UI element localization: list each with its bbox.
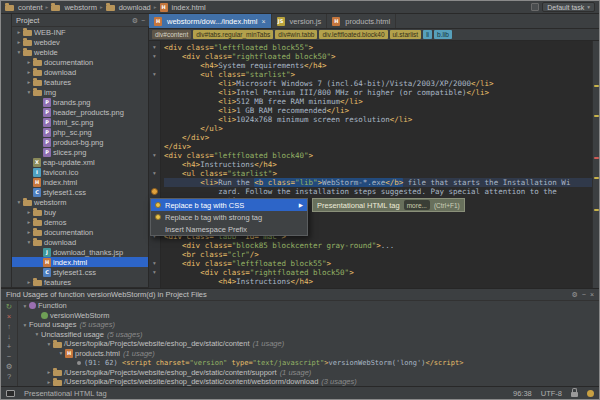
crumb-2[interactable]: div#win.tabb [275,30,317,39]
tree-collapsed-icon[interactable]: ▸ [25,69,33,75]
previous-usage-icon[interactable]: ↑ [7,322,11,332]
tree-row[interactable]: Cstyleset1.css [12,267,148,277]
close-icon[interactable]: × [261,18,265,25]
stripe-mark[interactable] [594,157,599,159]
encoding-indicator[interactable]: UTF-8 [541,389,562,398]
fold-icon[interactable]: ▾ [149,151,160,160]
tree-row[interactable]: ▸download [12,67,148,77]
fold-icon[interactable]: ▾ [149,268,160,277]
tree-row[interactable]: Hindex.html [12,257,148,267]
tree-row[interactable]: Pphp_sc.png [12,127,148,137]
help-icon[interactable]: ? [7,372,11,382]
usages-collapsed-icon[interactable]: ▸ [45,369,53,375]
tree-row[interactable]: ▸WEB-INF [12,27,148,37]
crumb-4[interactable]: ul.starlist [390,30,422,39]
crumb-3[interactable]: div.leftfloated.block40 [319,30,387,39]
crumb-0[interactable]: div#content [152,30,191,39]
fold-icon[interactable]: ▾ [149,43,160,52]
usages-expanded-icon[interactable]: ▾ [45,341,53,347]
crumb-5[interactable]: li [423,30,432,39]
stripe-mark[interactable] [594,115,599,117]
tree-row[interactable]: ▸buy [12,207,148,217]
usage-row[interactable]: ▾Hproducts.html(1 usage) [18,349,599,359]
caret-position[interactable]: 96:38 [513,389,532,398]
usages-expanded-icon[interactable]: ▾ [21,303,29,309]
nav-item-index-html[interactable]: Hindex.html [160,3,206,12]
tree-collapsed-icon[interactable]: ▸ [15,39,23,45]
rerun-icon[interactable]: ↻ [6,302,12,312]
tree-row[interactable]: Phtml_sc.png [12,117,148,127]
settings-icon[interactable]: ⚙ [132,17,138,24]
settings-icon[interactable]: ⚙ [6,362,13,372]
code-area[interactable]: <div class="leftfloated block55"> <div c… [162,41,592,288]
usage-row[interactable]: ▾Unclassified usage(5 usages) [18,330,599,340]
tooltip-more-link[interactable]: more... [404,200,430,210]
tab-webstorm-dow-index-html[interactable]: Hwebstorm/dow.../index.html× [149,14,272,28]
intention-item[interactable]: Replace b tag with CSS▶ [151,199,307,211]
usages-collapsed-icon[interactable]: ▸ [45,379,53,385]
fold-icon[interactable]: ▾ [149,52,160,61]
fold-icon[interactable]: ▾ [149,169,160,178]
inspections-indicator-icon[interactable] [587,390,594,397]
tree-row[interactable]: Cstyleset1.css [12,187,148,197]
tree-expanded-icon[interactable]: ▾ [15,199,23,205]
usage-row[interactable]: ▾/Users/topika/Projects/website/eshop_de… [18,339,599,349]
intention-item[interactable]: Insert Namespace Prefix [151,223,307,235]
tree-expanded-icon[interactable]: ▾ [25,89,33,95]
tree-expanded-icon[interactable]: ▾ [15,49,23,55]
tree-row[interactable]: Pheader_products.png [12,107,148,117]
intention-bulb-icon[interactable] [151,188,158,195]
tree-row[interactable]: ▸features [12,277,148,287]
tree-row[interactable]: Pproduct-bg.png [12,137,148,147]
expand-all-icon[interactable]: + [7,342,11,352]
tree-row[interactable]: ▸demos [12,217,148,227]
task-selector[interactable]: Default task ▾ [542,2,595,12]
tree-row[interactable]: Pbrands.png [12,97,148,107]
usage-row[interactable]: ▾Found usages(5 usages) [18,320,599,330]
tree-row[interactable]: Ifavicon.ico [12,167,148,177]
tree-row[interactable]: ▾img [12,87,148,97]
tab-version-js[interactable]: JSversion.js [272,14,328,28]
tree-expanded-icon[interactable]: ▾ [25,239,33,245]
collapse-all-icon[interactable]: − [7,352,11,362]
tree-row[interactable]: ▸features [12,77,148,87]
usage-row[interactable]: ▾Function [18,301,599,311]
tree-row[interactable]: ▾webide [12,47,148,57]
tree-collapsed-icon[interactable]: ▸ [25,279,33,285]
tree-collapsed-icon[interactable]: ▸ [25,209,33,215]
next-usage-icon[interactable]: ↓ [7,332,11,342]
tree-row[interactable]: ▾download [12,237,148,247]
tree-collapsed-icon[interactable]: ▸ [25,229,33,235]
stripe-mark[interactable] [594,177,599,179]
toolwindow-switcher-icon[interactable] [6,390,15,397]
nav-item-webstorm[interactable]: webstorm [51,3,97,12]
tree-collapsed-icon[interactable]: ▸ [25,59,33,65]
crumb-6[interactable]: b.lib [434,30,452,39]
stop-icon[interactable]: × [7,312,11,322]
stripe-mark[interactable] [594,85,599,87]
minimize-icon[interactable]: − [582,291,586,298]
task-list-icon[interactable] [531,3,539,11]
usage-row[interactable]: ▸/Users/topika/Projects/website/eshop_de… [18,377,599,386]
usages-expanded-icon[interactable]: ▾ [21,322,29,328]
lock-icon[interactable] [571,392,578,397]
intention-item[interactable]: Replace b tag with strong tag [151,211,307,223]
tree-row[interactable]: Hindex.html [12,177,148,187]
settings-icon[interactable]: ⚙ [572,291,578,298]
usages-expanded-icon[interactable]: ▾ [57,350,65,356]
usage-row[interactable]: versionWebStorm [18,311,599,321]
fold-icon[interactable]: ▾ [149,70,160,79]
tree-collapsed-icon[interactable]: ▸ [15,29,23,35]
error-stripe[interactable] [592,41,599,288]
tree-row[interactable]: ▸documentation [12,57,148,67]
nav-item-download[interactable]: download [106,3,151,12]
tree-row[interactable]: Pslices.png [12,147,148,157]
tree-row[interactable]: Jdownload_thanks.jsp [12,247,148,257]
tree-row[interactable]: Xeap-update.xml [12,157,148,167]
usage-row[interactable]: (91: 62) <script charset="version" type=… [18,358,599,368]
nav-item-content[interactable]: content [5,3,43,12]
fold-icon[interactable]: ▾ [149,259,160,268]
close-icon[interactable]: × [590,291,594,298]
usages-expanded-icon[interactable]: ▾ [33,331,41,337]
tree-row[interactable]: ▾webstorm [12,197,148,207]
